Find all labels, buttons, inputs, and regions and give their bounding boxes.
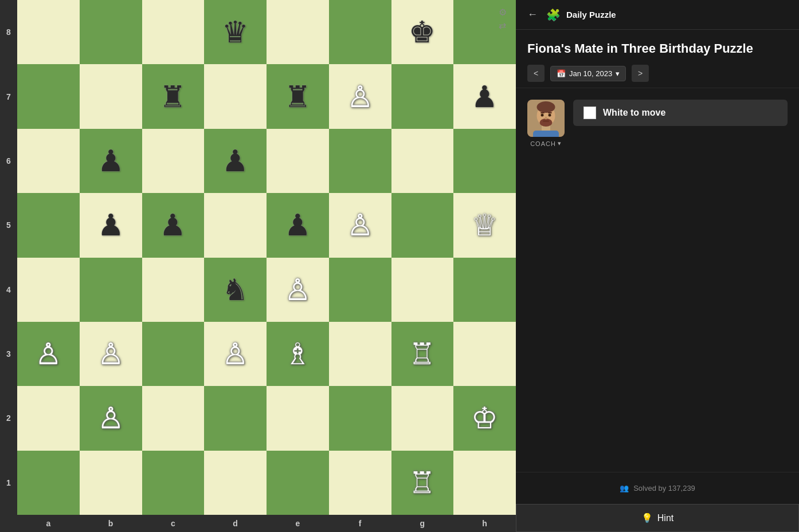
square-b5[interactable]: ♟ bbox=[80, 193, 142, 257]
black-pawn-b6[interactable]: ♟ bbox=[97, 146, 124, 176]
square-b4[interactable] bbox=[80, 258, 142, 322]
square-c5[interactable]: ♟ bbox=[142, 193, 205, 257]
square-c8[interactable] bbox=[142, 0, 205, 64]
square-e3[interactable]: ♗ bbox=[267, 322, 329, 386]
square-h7[interactable]: ♟ bbox=[453, 64, 516, 128]
square-f2[interactable] bbox=[329, 386, 391, 450]
square-a1[interactable] bbox=[17, 451, 80, 515]
square-f6[interactable] bbox=[329, 129, 391, 193]
square-d1[interactable] bbox=[204, 451, 267, 515]
square-b3[interactable]: ♙ bbox=[80, 322, 142, 386]
square-e8[interactable] bbox=[267, 0, 329, 64]
black-rook-c7[interactable]: ♜ bbox=[159, 82, 186, 112]
square-c4[interactable] bbox=[142, 258, 205, 322]
flip-board-icon[interactable]: ⇄ bbox=[499, 20, 506, 31]
square-e1[interactable] bbox=[267, 451, 329, 515]
square-g7[interactable] bbox=[391, 64, 454, 128]
white-pawn-d3[interactable]: ♙ bbox=[222, 339, 249, 369]
white-rook-g3[interactable]: ♖ bbox=[409, 339, 436, 369]
square-g8[interactable]: ♚ bbox=[391, 0, 454, 64]
white-pawn-a3[interactable]: ♙ bbox=[35, 339, 62, 369]
square-d7[interactable] bbox=[204, 64, 267, 128]
square-d3[interactable]: ♙ bbox=[204, 322, 267, 386]
square-a6[interactable] bbox=[17, 129, 80, 193]
white-pawn-f5[interactable]: ♙ bbox=[347, 210, 374, 240]
square-a4[interactable] bbox=[17, 258, 80, 322]
settings-icon[interactable]: ⚙ bbox=[499, 7, 507, 18]
square-f1[interactable] bbox=[329, 451, 391, 515]
black-king-g8[interactable]: ♚ bbox=[409, 17, 436, 47]
black-pawn-c5[interactable]: ♟ bbox=[159, 210, 186, 240]
square-f3[interactable] bbox=[329, 322, 391, 386]
hint-icon: 💡 bbox=[641, 513, 653, 523]
square-e6[interactable] bbox=[267, 129, 329, 193]
white-pawn-f7[interactable]: ♙ bbox=[347, 82, 374, 112]
square-f8[interactable] bbox=[329, 0, 391, 64]
white-rook-g1[interactable]: ♖ bbox=[409, 468, 436, 498]
white-pawn-b3[interactable]: ♙ bbox=[97, 339, 124, 369]
white-king-h2[interactable]: ♔ bbox=[471, 403, 498, 433]
date-selector[interactable]: 📅 Jan 10, 2023 ▾ bbox=[550, 66, 626, 81]
black-knight-d4[interactable]: ♞ bbox=[222, 275, 249, 305]
square-b2[interactable]: ♙ bbox=[80, 386, 142, 450]
square-e2[interactable] bbox=[267, 386, 329, 450]
square-f5[interactable]: ♙ bbox=[329, 193, 391, 257]
rank-8: 8 bbox=[0, 0, 17, 64]
square-a5[interactable] bbox=[17, 193, 80, 257]
square-h2[interactable]: ♔ bbox=[453, 386, 516, 450]
square-c6[interactable] bbox=[142, 129, 205, 193]
square-h3[interactable] bbox=[453, 322, 516, 386]
rank-3: 3 bbox=[0, 322, 17, 386]
square-g3[interactable]: ♖ bbox=[391, 322, 454, 386]
square-e4[interactable]: ♙ bbox=[267, 258, 329, 322]
square-c2[interactable] bbox=[142, 386, 205, 450]
square-a2[interactable] bbox=[17, 386, 80, 450]
black-pawn-h7[interactable]: ♟ bbox=[471, 82, 498, 112]
square-a3[interactable]: ♙ bbox=[17, 322, 80, 386]
square-d2[interactable] bbox=[204, 386, 267, 450]
coach-label[interactable]: COACH ▾ bbox=[530, 140, 562, 147]
black-pawn-e5[interactable]: ♟ bbox=[284, 210, 311, 240]
white-pawn-e4[interactable]: ♙ bbox=[284, 275, 311, 305]
prev-date-button[interactable]: < bbox=[527, 65, 545, 82]
square-h6[interactable] bbox=[453, 129, 516, 193]
square-c1[interactable] bbox=[142, 451, 205, 515]
next-date-button[interactable]: > bbox=[632, 65, 649, 82]
rank-2: 2 bbox=[0, 386, 17, 450]
square-g5[interactable] bbox=[391, 193, 454, 257]
square-c3[interactable] bbox=[142, 322, 205, 386]
square-g4[interactable] bbox=[391, 258, 454, 322]
svg-rect-11 bbox=[543, 120, 549, 122]
square-e7[interactable]: ♜ bbox=[267, 64, 329, 128]
square-b7[interactable] bbox=[80, 64, 142, 128]
solved-icon: 👥 bbox=[620, 484, 629, 492]
square-h5[interactable]: ♕ bbox=[453, 193, 516, 257]
square-g2[interactable] bbox=[391, 386, 454, 450]
square-d4[interactable]: ♞ bbox=[204, 258, 267, 322]
square-b6[interactable]: ♟ bbox=[80, 129, 142, 193]
square-h1[interactable] bbox=[453, 451, 516, 515]
square-a8[interactable] bbox=[17, 0, 80, 64]
white-queen-h5[interactable]: ♕ bbox=[471, 210, 498, 240]
square-a7[interactable] bbox=[17, 64, 80, 128]
black-pawn-b5[interactable]: ♟ bbox=[97, 210, 124, 240]
square-h4[interactable] bbox=[453, 258, 516, 322]
square-f7[interactable]: ♙ bbox=[329, 64, 391, 128]
white-bishop-e3[interactable]: ♗ bbox=[284, 339, 311, 369]
square-d6[interactable]: ♟ bbox=[204, 129, 267, 193]
square-g1[interactable]: ♖ bbox=[391, 451, 454, 515]
square-b1[interactable] bbox=[80, 451, 142, 515]
hint-button[interactable]: 💡 Hint bbox=[516, 504, 799, 532]
back-button[interactable]: ← bbox=[524, 6, 540, 23]
square-d8[interactable]: ♛ bbox=[204, 0, 267, 64]
white-pawn-b2[interactable]: ♙ bbox=[97, 403, 124, 433]
square-b8[interactable] bbox=[80, 0, 142, 64]
square-c7[interactable]: ♜ bbox=[142, 64, 205, 128]
black-queen-d8[interactable]: ♛ bbox=[222, 17, 249, 47]
black-rook-e7[interactable]: ♜ bbox=[284, 82, 311, 112]
square-d5[interactable] bbox=[204, 193, 267, 257]
square-f4[interactable] bbox=[329, 258, 391, 322]
black-pawn-d6[interactable]: ♟ bbox=[222, 146, 249, 176]
square-g6[interactable] bbox=[391, 129, 454, 193]
square-e5[interactable]: ♟ bbox=[267, 193, 329, 257]
